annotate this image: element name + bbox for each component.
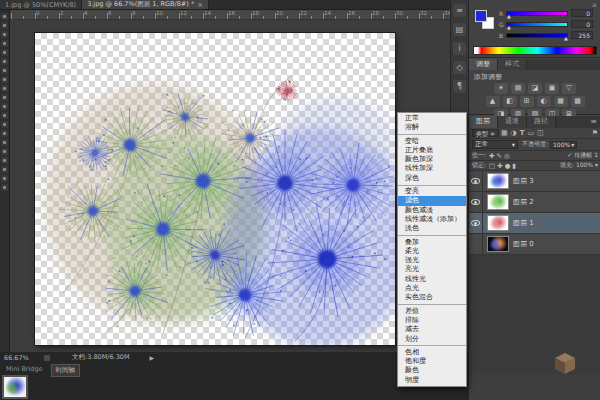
layer-row[interactable]: 图层 1 [469, 213, 600, 234]
visibility-toggle[interactable] [469, 213, 483, 234]
healing-brush-tool-icon[interactable] [1, 67, 8, 74]
lock-icon[interactable]: □ [489, 162, 495, 170]
blend-mode-item[interactable]: 深色 [398, 174, 466, 183]
color-slider-track[interactable]: ▲ [506, 33, 568, 38]
blur-tool-icon[interactable] [1, 121, 8, 128]
propagate-frame-checkbox[interactable]: ✓ 传播帧 1 [567, 151, 598, 160]
unify-icon[interactable]: ◎ [504, 152, 510, 160]
adjustment-icon[interactable]: ▤ [511, 83, 525, 94]
filter-toggle-icon[interactable]: ⚑ [592, 129, 598, 137]
hand-tool-icon[interactable] [1, 175, 8, 182]
layer-row[interactable]: 图层 2 [469, 192, 600, 213]
shape-tool-icon[interactable] [1, 166, 8, 173]
paragraph-panel-icon[interactable]: ¶ [453, 80, 466, 93]
adjustment-icon[interactable]: ⊞ [520, 96, 534, 107]
blend-mode-item[interactable]: 色相 [398, 348, 466, 357]
layer-filter-icon[interactable]: ▦ [501, 129, 508, 137]
layer-row[interactable]: 图层 3 [469, 171, 600, 192]
blend-mode-item[interactable]: 变亮 [398, 187, 466, 196]
visibility-toggle[interactable] [469, 234, 483, 255]
visibility-toggle[interactable] [469, 171, 483, 192]
lasso-tool-icon[interactable] [1, 31, 8, 38]
blend-mode-dropdown[interactable]: 正常 ▾ [472, 140, 518, 149]
color-slider-track[interactable]: ▲ [506, 11, 568, 16]
adjustment-icon[interactable]: ▦ [554, 96, 568, 107]
color-panel-menu-icon[interactable]: ≡ [592, 1, 597, 8]
adjustment-icon[interactable]: ▩ [571, 96, 585, 107]
marquee-tool-icon[interactable] [1, 22, 8, 29]
document-canvas[interactable] [35, 33, 395, 345]
unify-icon[interactable]: ✎ [496, 152, 501, 160]
layer-filter-icon[interactable]: ◑ [511, 129, 517, 137]
document-tab[interactable]: 1.jpg @ 50%(CMYK/8) [0, 0, 82, 9]
slider-value-field[interactable]: 0 [571, 9, 593, 17]
layer-filter-icon[interactable]: ▭ [527, 129, 534, 137]
adjustment-icon[interactable]: ☀ [494, 83, 508, 94]
layers-panel-menu-icon[interactable]: ≡ [590, 116, 600, 128]
blend-mode-item[interactable]: 强光 [398, 256, 466, 265]
magic-wand-tool-icon[interactable] [1, 40, 8, 47]
blend-mode-item[interactable]: 滤色 [398, 196, 466, 205]
opacity-dropdown[interactable]: 100% ▾ [550, 141, 577, 149]
path-select-tool-icon[interactable] [1, 157, 8, 164]
type-tool-icon[interactable] [1, 148, 8, 155]
fill-value[interactable]: 100% [576, 161, 593, 168]
tab-通道[interactable]: 通道 [498, 116, 527, 128]
blend-mode-item[interactable]: 实色混合 [398, 293, 466, 302]
zoom-level-field[interactable]: 66.67% [4, 354, 44, 362]
blend-mode-item[interactable]: 正常 [398, 114, 466, 123]
adjustment-icon[interactable]: ◧ [503, 96, 517, 107]
blend-mode-item[interactable]: 颜色加深 [398, 155, 466, 164]
blend-mode-item[interactable]: 亮光 [398, 265, 466, 274]
blend-mode-item[interactable]: 排除 [398, 316, 466, 325]
layer-thumbnail[interactable] [487, 194, 509, 210]
navigator-panel-icon[interactable]: ◇ [453, 61, 466, 74]
blend-mode-item[interactable]: 饱和度 [398, 357, 466, 366]
history-panel-icon[interactable]: ≡ [453, 4, 466, 17]
slider-marker[interactable]: ▲ [564, 35, 568, 41]
layer-thumbnail[interactable] [487, 173, 509, 189]
blend-mode-item[interactable]: 浅色 [398, 224, 466, 233]
layer-thumbnail[interactable] [487, 215, 509, 231]
blend-mode-item[interactable]: 点光 [398, 284, 466, 293]
adjustment-icon[interactable]: ◪ [528, 83, 542, 94]
move-tool-icon[interactable] [1, 13, 8, 20]
blend-mode-item[interactable]: 溶解 [398, 123, 466, 132]
adjustment-icon[interactable]: ◐ [537, 96, 551, 107]
blend-mode-item[interactable]: 减去 [398, 325, 466, 334]
layer-filter-icon[interactable]: ◫ [537, 129, 544, 137]
blend-mode-item[interactable]: 线性光 [398, 275, 466, 284]
layer-row[interactable]: 图层 0 [469, 234, 600, 255]
blend-mode-item[interactable]: 变暗 [398, 137, 466, 146]
color-spectrum-ramp[interactable] [473, 46, 597, 55]
history-brush-tool-icon[interactable] [1, 94, 8, 101]
document-tab[interactable]: 3.jpg @ 66.7%(图层 1, RGB/8#) *× [82, 0, 209, 9]
properties-panel-icon[interactable]: ▤ [453, 23, 466, 36]
blend-mode-item[interactable]: 颜色减淡 [398, 206, 466, 215]
tab-图层[interactable]: 图层 [469, 116, 498, 128]
lock-icon[interactable]: ● [505, 162, 511, 170]
tab-路径[interactable]: 路径 [527, 116, 556, 128]
unify-icon[interactable]: ✚ [489, 152, 494, 160]
zoom-tool-icon[interactable] [1, 184, 8, 191]
lock-icon[interactable]: ✚ [497, 162, 502, 170]
bottom-tab-1[interactable]: 时间轴 [51, 364, 81, 377]
blend-mode-item[interactable]: 颜色 [398, 366, 466, 375]
info-panel-icon[interactable]: i [453, 42, 466, 55]
slider-value-field[interactable]: 255 [571, 31, 593, 39]
slider-marker[interactable]: ▲ [507, 24, 511, 30]
mini-bridge-thumbnail[interactable] [2, 375, 28, 399]
blend-mode-item[interactable]: 叠加 [398, 238, 466, 247]
crop-tool-icon[interactable] [1, 49, 8, 56]
blend-mode-item[interactable]: 正片叠底 [398, 146, 466, 155]
lock-icon[interactable]: ▮ [512, 162, 516, 170]
adjustment-icon[interactable]: ▽ [562, 83, 576, 94]
brush-tool-icon[interactable] [1, 76, 8, 83]
adjustment-icon[interactable]: ▲ [486, 96, 500, 107]
gradient-tool-icon[interactable] [1, 112, 8, 119]
layer-filter-icon[interactable]: T [520, 129, 525, 137]
blend-mode-item[interactable]: 明度 [398, 376, 466, 385]
clone-stamp-tool-icon[interactable] [1, 85, 8, 92]
slider-value-field[interactable]: 0 [571, 20, 593, 28]
pen-tool-icon[interactable] [1, 139, 8, 146]
